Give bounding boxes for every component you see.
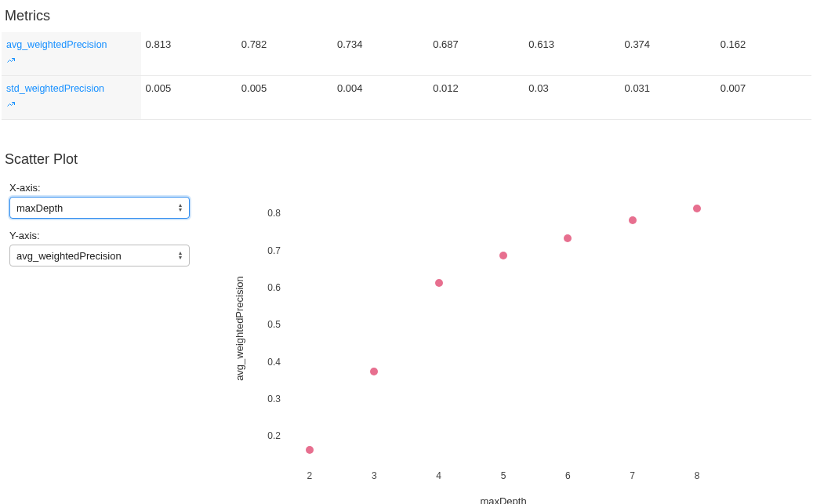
plot-area [284, 191, 723, 466]
metric-cell: 0.005 [141, 76, 237, 120]
chart-icon[interactable] [6, 100, 16, 114]
x-tick: 4 [431, 470, 447, 481]
y-tick: 0.7 [262, 245, 281, 256]
metric-row-label: avg_weightedPrecision [2, 32, 141, 76]
metric-link[interactable]: avg_weightedPrecision [6, 39, 107, 50]
chart-icon[interactable] [6, 56, 16, 70]
metric-cell: 0.007 [716, 76, 811, 120]
x-axis-select-value: maxDepth [16, 202, 63, 214]
metric-cell: 0.374 [620, 32, 716, 76]
metric-cell: 0.813 [141, 32, 237, 76]
scatter-title: Scatter Plot [5, 151, 808, 168]
y-tick: 0.6 [262, 282, 281, 293]
data-point [693, 205, 701, 212]
table-row: std_weightedPrecision 0.005 0.005 0.004 … [2, 76, 811, 120]
metric-cell: 0.012 [428, 76, 524, 120]
metric-cell: 0.03 [524, 76, 619, 120]
y-axis-select-value: avg_weightedPrecision [16, 250, 122, 262]
data-point [306, 446, 314, 454]
y-axis-label: Y-axis: [9, 230, 205, 241]
x-tick: 3 [366, 470, 382, 481]
y-tick: 0.3 [262, 393, 281, 404]
y-tick: 0.8 [262, 208, 281, 219]
table-row: avg_weightedPrecision 0.813 0.782 0.734 … [2, 32, 811, 76]
y-tick: 0.5 [262, 319, 281, 330]
metrics-title: Metrics [5, 8, 808, 24]
data-point [564, 234, 572, 242]
select-caret-icon: ▴▾ [173, 198, 187, 218]
scatter-chart: avg_weightedPrecision maxDepth 0.20.30.4… [237, 176, 754, 504]
metric-link[interactable]: std_weightedPrecision [6, 83, 104, 94]
y-tick: 0.4 [262, 357, 281, 368]
metrics-table: avg_weightedPrecision 0.813 0.782 0.734 … [2, 32, 811, 120]
y-tick: 0.2 [262, 430, 281, 441]
select-caret-icon: ▴▾ [173, 245, 187, 266]
x-tick: 7 [625, 470, 641, 481]
data-point [499, 252, 507, 259]
metric-row-label: std_weightedPrecision [2, 76, 141, 120]
x-tick: 5 [495, 470, 511, 481]
data-point [435, 279, 443, 287]
x-tick: 2 [302, 470, 318, 481]
x-tick: 6 [560, 470, 575, 481]
metric-cell: 0.004 [332, 76, 428, 120]
metric-cell: 0.162 [716, 32, 811, 76]
x-tick: 8 [689, 470, 705, 481]
metric-cell: 0.613 [524, 32, 619, 76]
x-axis-select[interactable]: maxDepth ▴▾ [9, 197, 190, 219]
axis-controls: X-axis: maxDepth ▴▾ Y-axis: avg_weighted… [2, 176, 205, 267]
x-axis-title: maxDepth [284, 495, 723, 504]
y-axis-title: avg_weightedPrecision [234, 191, 246, 466]
y-axis-select[interactable]: avg_weightedPrecision ▴▾ [9, 245, 190, 267]
metric-cell: 0.734 [332, 32, 428, 76]
metric-cell: 0.782 [237, 32, 332, 76]
metric-cell: 0.005 [237, 76, 332, 120]
metric-cell: 0.687 [428, 32, 524, 76]
data-point [370, 368, 378, 375]
x-axis-label: X-axis: [9, 182, 205, 194]
data-point [629, 216, 637, 224]
metric-cell: 0.031 [620, 76, 716, 120]
